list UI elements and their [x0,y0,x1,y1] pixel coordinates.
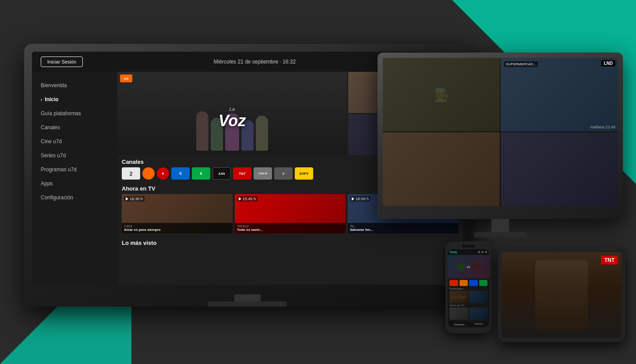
sidebar-label-programas: Programas u7d [41,166,77,173]
desktop-monitor: 👨‍🍳 SUPERMERCAD... LND mañana 22:48 [378,53,623,237]
tablet-screen: TNT [502,252,622,338]
sidebar-label-series: Series u7d [41,152,66,159]
sidebar-label-canales: Canales [41,124,60,131]
monitor-thumb-2: SUPERMERCAD... LND mañana 22:48 [501,58,618,131]
monitor-frame: 👨‍🍳 SUPERMERCAD... LND mañana 22:48 [378,53,623,219]
phone-thumb-2[interactable] [469,291,488,303]
channel-la6[interactable]: 6 [192,167,210,180]
sidebar-label-apps: Apps [41,180,53,187]
phone-notch [462,245,475,247]
sidebar-item-programas[interactable]: Programas u7d [32,163,117,177]
channel-cuatro[interactable]: ● [157,167,169,180]
sidebar-item-series[interactable]: Series u7d [32,148,117,163]
sidebar-item-canales[interactable]: Canales [32,120,117,134]
phone-thumb-3[interactable] [449,307,468,320]
phone-icon-3 [485,251,487,253]
tablet-content: TNT [502,252,622,338]
channel-gala3[interactable]: 3 [274,167,293,180]
tnt-badge: TNT [601,256,618,265]
now-card-3-time: 16:00 h [350,196,371,201]
sidebar-label-config: Configuración [41,194,73,201]
sidebar: Bienvenida › Inicio Guía plataformas Can… [32,72,117,285]
sidebar-item-inicio[interactable]: › Inicio [32,92,117,106]
login-button[interactable]: Iniciar Sesión [41,57,83,67]
person-1 [196,111,208,151]
featured-main-card[interactable]: A3 [117,72,347,155]
phone-thumbs-row-2 [449,307,488,320]
phone-screen: tivify vs [448,249,489,327]
phone-featured-thumb[interactable]: vs [448,255,489,279]
sidebar-item-cine[interactable]: Cine u7d [32,134,117,148]
phone-bottom-bar: Teledario... [448,322,489,327]
play-icon [126,197,128,201]
phone-channel-row [449,280,488,286]
now-card-2-episode: T05 E12 [237,225,343,228]
sidebar-item-apps[interactable]: Apps [32,177,117,191]
now-card-1-episode: 1 E03 [124,225,230,228]
tablet-frame: TNT [498,248,625,342]
channel-tnt[interactable]: TNT [233,167,251,180]
tablet-movie-bg [502,252,622,338]
monitor-thumb-1: 👨‍🍳 [383,58,500,131]
tablet-device: TNT [498,248,625,342]
play-icon [352,197,354,201]
phone-app-header: tivify [448,249,489,255]
sidebar-item-bienvenida[interactable]: Bienvenida [32,78,117,92]
sidebar-label-bienvenida: Bienvenida [41,82,67,88]
phone-thumbs-row: La Voz [449,291,488,303]
phone-bottom-label: Teledario... [454,323,466,326]
phone-section-label-2: Ahora en TV [449,304,488,307]
phone-icon-1 [478,251,480,253]
sidebar-label-inicio: Inicio [45,96,58,102]
phone-thumb-4[interactable] [469,307,488,320]
now-card-2[interactable]: 15:45 h T05 E12 Todo es ment... [235,194,346,233]
now-card-1-time: 16:30 h [124,196,145,201]
lo-mas-visto-title: Lo más visto [117,236,463,248]
antena3-channel-badge: A3 [120,74,132,82]
monitor-stand-base [474,232,526,237]
phone-home-indicator [474,323,483,325]
phone-menu-section: Destacados La Voz Ahora en TV [448,279,489,322]
now-card-2-time: 15:45 h [237,196,258,201]
monitor-stand-neck [491,219,509,232]
mobile-phone: tivify vs [445,241,491,333]
phone-icon-2 [481,251,484,253]
tv-stand-base [208,301,287,307]
phone-thumb-1[interactable]: La Voz [449,291,468,303]
play-icon [239,197,241,201]
now-card-1-title: Amar es para siempre [124,228,230,232]
lnd-time: mañana 22:48 [590,125,615,129]
channel-t5[interactable]: 5 [171,167,190,180]
phone-app: tivify vs [448,249,489,327]
now-card-2-info: T05 E12 Todo es ment... [235,223,346,233]
sidebar-label-cine: Cine u7d [41,138,62,145]
channel-la2[interactable]: 2 [122,167,140,180]
channel-antena3[interactable] [142,167,155,180]
monitor-screen: 👨‍🍳 SUPERMERCAD... LND mañana 22:48 [383,58,618,206]
sidebar-label-guia: Guía plataformas [41,110,81,117]
la-voz-title: Voz [219,112,246,130]
lnd-badge: LND [601,60,615,67]
phone-btn-2[interactable] [459,280,468,286]
monitor-thumb-3 [383,132,500,206]
phone-btn-3[interactable] [469,280,478,286]
sidebar-item-config[interactable]: Configuración [32,191,117,205]
monitor-content: 👨‍🍳 SUPERMERCAD... LND mañana 22:48 [383,58,618,206]
channel-axnwhite[interactable]: AXN W [254,167,272,180]
phone-header-icons [478,251,487,253]
now-card-1-info: 1 E03 Amar es para siempre [122,223,233,233]
channel-axn[interactable]: AXN [212,167,231,180]
chevron-right-icon: › [41,97,42,102]
channel-syfy[interactable]: SYFY [295,167,313,180]
phone-tivify-logo: tivify [450,251,457,254]
now-card-1[interactable]: 16:30 h 1 E03 Amar es para siempre [122,194,233,233]
monitor-thumb-4 [501,132,618,206]
now-card-2-title: Todo es ment... [237,228,343,232]
sidebar-item-guia[interactable]: Guía plataformas [32,106,117,120]
person-5 [256,116,268,151]
phone-btn-1[interactable] [449,280,458,286]
phone-frame: tivify vs [445,241,491,333]
phone-btn-4[interactable] [479,280,488,286]
date-time: Miércoles 21 de septiembre · 16:32 [214,59,296,65]
phone-section-label: Destacados [449,287,488,290]
